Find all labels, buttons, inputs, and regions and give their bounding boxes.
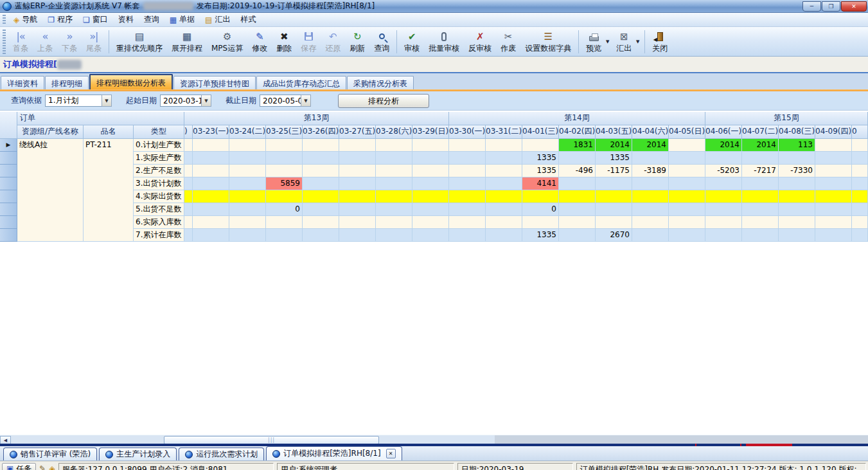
date-column-header[interactable]: 03-28(六) [376, 125, 412, 139]
row-type-cell[interactable]: 2.生产不足数 [134, 165, 184, 177]
grid-cell[interactable] [184, 152, 193, 165]
chevron-down-icon[interactable]: ▼ [604, 28, 611, 55]
grid-cell[interactable] [229, 139, 266, 152]
grid-cell[interactable] [522, 190, 559, 203]
grid-cell[interactable] [596, 177, 632, 190]
product-name-cell[interactable]: PT-211 [84, 139, 134, 242]
date-column-header[interactable]: 03-23(一) [193, 125, 229, 139]
row-type-cell[interactable]: 6.实际入库数 [134, 216, 184, 229]
date-column-header[interactable]: 04-04(六) [632, 125, 669, 139]
grid-cell[interactable] [742, 229, 779, 242]
audit-button[interactable]: ✔审核 [400, 28, 424, 55]
grid-cell[interactable]: 1335 [522, 229, 559, 242]
week-group-header[interactable]: 第13周 [184, 112, 449, 125]
grid-cell[interactable] [193, 152, 229, 165]
row-selector[interactable] [0, 190, 17, 203]
grid-cell[interactable] [779, 177, 815, 190]
date-column-header[interactable]: 04-01(三) [522, 125, 559, 139]
grid-cell[interactable] [705, 203, 742, 216]
grid-cell[interactable]: 0 [522, 203, 559, 216]
row-selector[interactable] [0, 152, 17, 165]
restore-button[interactable]: ❐ [822, 1, 840, 12]
date-column-header[interactable]: 04-02(四) [559, 125, 596, 139]
grid-cell[interactable] [742, 152, 779, 165]
grid-cell[interactable] [184, 165, 193, 177]
grid-cell[interactable] [815, 139, 852, 152]
task-button[interactable]: ▣ 任务 [2, 463, 36, 470]
grid-cell[interactable] [486, 229, 522, 242]
grid-cell[interactable] [412, 177, 449, 190]
expand-schedule-button[interactable]: ▦展开排程 [167, 28, 207, 55]
week-group-header[interactable]: 第14周 [449, 112, 705, 125]
grid-cell[interactable]: 2670 [596, 229, 632, 242]
chevron-down-icon[interactable]: ▼ [301, 95, 311, 107]
grid-cell[interactable] [184, 203, 193, 216]
start-date-input[interactable]: 2020-03-19 [160, 95, 201, 107]
toolbar-grip[interactable] [3, 15, 6, 25]
grid-cell[interactable]: 5859 [266, 177, 303, 190]
grid-cell[interactable] [376, 190, 412, 203]
grid-cell[interactable] [184, 190, 193, 203]
column-header[interactable]: 品名 [84, 125, 134, 139]
row-selector[interactable] [0, 165, 17, 177]
menu-item-nav[interactable]: ◈导航 [8, 13, 42, 26]
grid-cell[interactable] [852, 190, 868, 203]
grid-cell[interactable] [339, 190, 376, 203]
week-group-header[interactable]: 第15周 [705, 112, 868, 125]
grid-cell[interactable] [339, 152, 376, 165]
grid-cell[interactable]: -3189 [632, 165, 669, 177]
grid-cell[interactable] [303, 165, 339, 177]
grid-cell[interactable] [632, 177, 669, 190]
grid-cell[interactable] [376, 216, 412, 229]
grid-cell[interactable] [779, 152, 815, 165]
edit-button[interactable]: ✎修改 [247, 28, 272, 55]
grid-cell[interactable] [559, 203, 596, 216]
grid-cell[interactable] [559, 152, 596, 165]
date-column-header[interactable]: 03-30(一) [449, 125, 486, 139]
chevron-down-icon[interactable]: ▼ [634, 28, 641, 55]
date-column-header[interactable]: 04-07(二) [742, 125, 779, 139]
grid-cell[interactable] [486, 177, 522, 190]
grid-cell[interactable] [486, 216, 522, 229]
grid-cell[interactable] [412, 229, 449, 242]
grid-cell[interactable] [852, 165, 868, 177]
grid-cell[interactable] [779, 229, 815, 242]
grid-cell[interactable] [815, 229, 852, 242]
delete-button[interactable]: ✖删除 [272, 28, 296, 55]
menu-item-window[interactable]: ❏窗口 [78, 13, 113, 26]
grid-cell[interactable] [376, 177, 412, 190]
menu-item-document[interactable]: ▦单据 [164, 13, 200, 26]
grid-cell[interactable] [852, 229, 868, 242]
grid-cell[interactable] [193, 203, 229, 216]
grid-cell[interactable] [449, 216, 486, 229]
resource-group-cell[interactable]: 绕线A拉 [17, 139, 84, 242]
grid-cell[interactable] [632, 152, 669, 165]
grid-cell[interactable] [486, 190, 522, 203]
nav-shortcut-icon[interactable]: ◈ [49, 463, 55, 470]
row-selector[interactable] [0, 203, 17, 216]
grid-cell[interactable] [449, 152, 486, 165]
tab-purchase-analysis[interactable]: 采购情况分析表 [347, 76, 414, 89]
mps-run-button[interactable]: ⚙MPS运算 [207, 28, 247, 55]
grid-cell[interactable] [266, 165, 303, 177]
grid-cell[interactable] [229, 177, 266, 190]
grid-cell[interactable] [669, 216, 705, 229]
grid-cell[interactable] [852, 177, 868, 190]
batch-audit-button[interactable]: 批量审核 [424, 28, 464, 55]
grid-cell[interactable]: 2014 [742, 139, 779, 152]
grid-cell[interactable] [229, 203, 266, 216]
chevron-down-icon[interactable]: ▼ [102, 95, 112, 107]
tab-detail-info[interactable]: 详细资料 [1, 76, 44, 89]
grid-cell[interactable] [266, 152, 303, 165]
column-header[interactable]: 类型 [134, 125, 184, 139]
grid-cell[interactable] [779, 216, 815, 229]
grid-cell[interactable] [596, 203, 632, 216]
reorder-priority-button[interactable]: ▤重排优先顺序 [112, 28, 167, 55]
grid-cell[interactable] [705, 177, 742, 190]
grid-cell[interactable] [449, 203, 486, 216]
query-basis-select[interactable]: 1.月计划 [45, 95, 102, 107]
grid-cell[interactable] [486, 139, 522, 152]
grid-cell[interactable] [815, 203, 852, 216]
grid-cell[interactable] [449, 139, 486, 152]
row-type-cell[interactable]: 3.出货计划数 [134, 177, 184, 190]
